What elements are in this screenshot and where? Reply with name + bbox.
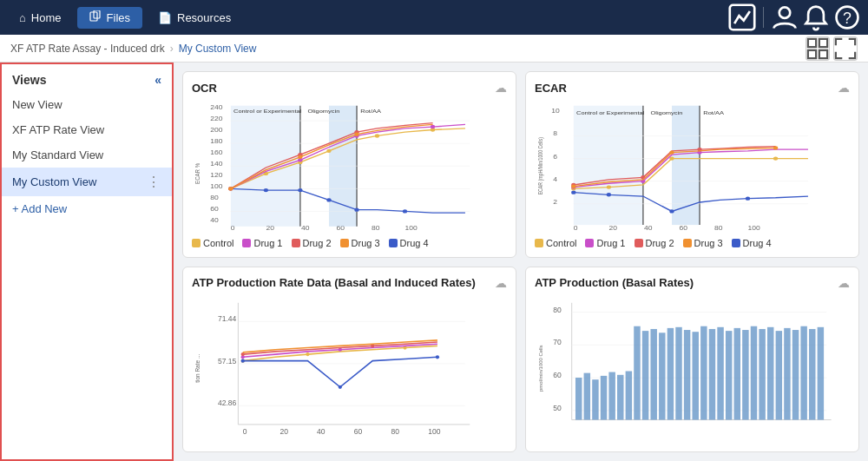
ecar-chart-header: ECAR ☁ (535, 81, 850, 95)
svg-point-44 (326, 198, 331, 201)
svg-point-127 (339, 385, 342, 388)
svg-rect-147 (634, 326, 640, 419)
sidebar-item-options-icon[interactable]: ⋮ (147, 174, 161, 190)
svg-text:Rot/AA: Rot/AA (703, 110, 724, 115)
ecar-chart-title: ECAR (535, 82, 567, 95)
ecar-legend: Control Drug 1 Drug 2 Drug 3 Drug 4 (535, 238, 850, 248)
svg-text:80: 80 (391, 426, 400, 435)
svg-text:80: 80 (553, 305, 562, 313)
sidebar-item-custom[interactable]: My Custom View ⋮ (2, 168, 172, 196)
svg-point-102 (669, 150, 674, 154)
sidebar-header: Views « (2, 64, 172, 92)
atp-rate-chart-card: ATP Production Rate Data (Basal and Indu… (182, 267, 516, 453)
svg-text:0: 0 (243, 426, 247, 435)
main-area: Views « New View XF ATP Rate View My Sta… (0, 63, 868, 461)
svg-text:80: 80 (372, 225, 380, 232)
svg-text:100: 100 (405, 225, 418, 232)
svg-rect-155 (700, 326, 707, 419)
ecar-cloud-icon[interactable]: ☁ (838, 81, 850, 95)
svg-point-87 (571, 191, 575, 194)
sidebar-item-xf-atp[interactable]: XF ATP Rate View (2, 117, 172, 142)
svg-text:Time (minutes): Time (minutes) (319, 233, 361, 234)
svg-text:57.15: 57.15 (218, 356, 237, 365)
ocr-legend-drug4: Drug 4 (389, 238, 429, 248)
ocr-legend-drug2-label: Drug 2 (303, 238, 332, 248)
svg-rect-142 (592, 379, 598, 419)
svg-text:10: 10 (551, 108, 560, 115)
svg-text:40: 40 (301, 225, 310, 232)
svg-rect-151 (667, 327, 674, 419)
svg-text:20: 20 (279, 426, 288, 435)
ecar-legend-drug3-dot (683, 239, 692, 247)
ocr-legend: Control Drug 1 Drug 2 Drug 3 Drug 4 (192, 238, 507, 248)
svg-point-42 (264, 188, 268, 192)
files-nav-btn[interactable]: Files (77, 7, 142, 29)
breadcrumb-separator: › (170, 43, 174, 55)
sidebar-add-new[interactable]: + Add New (2, 196, 172, 221)
svg-text:2: 2 (553, 198, 557, 205)
sidebar-item-new-view[interactable]: New View (2, 92, 172, 117)
ocr-chart-card: OCR ☁ 240 220 200 180 160 140 120 100 80… (182, 71, 516, 258)
svg-text:80: 80 (714, 225, 723, 232)
svg-rect-164 (776, 331, 782, 419)
breadcrumb-parent[interactable]: XF ATP Rate Assay - Induced drk (10, 43, 165, 55)
svg-rect-148 (642, 331, 648, 419)
atp-rate-svg: 71.44 57.15 42.86 tion Rate ... 0 20 40 … (192, 293, 507, 444)
sidebar-item-standard[interactable]: My Standard View (2, 142, 172, 168)
svg-rect-161 (751, 326, 757, 419)
ecar-legend-drug4: Drug 4 (732, 238, 772, 248)
svg-text:20: 20 (608, 225, 617, 232)
graph-icon-btn[interactable] (728, 3, 756, 31)
atp-production-svg: 80 70 60 50 pmol/min/1000 Cells (535, 293, 850, 444)
resources-nav-btn[interactable]: 📄 Resources (146, 8, 243, 28)
svg-rect-157 (717, 326, 723, 419)
atp-rate-cloud-icon[interactable]: ☁ (495, 276, 507, 290)
help-icon-btn[interactable]: ? (833, 3, 861, 31)
grid-view-btn[interactable] (806, 36, 830, 61)
atp-production-cloud-icon[interactable]: ☁ (838, 276, 850, 290)
svg-rect-166 (792, 330, 799, 420)
svg-text:Rot/AA: Rot/AA (360, 109, 381, 114)
sidebar-item-custom-label: My Custom View (12, 175, 147, 188)
svg-rect-159 (734, 327, 740, 419)
ocr-legend-control-dot (192, 239, 201, 247)
ecar-legend-control-dot (535, 239, 543, 247)
ocr-legend-control-label: Control (203, 238, 233, 248)
svg-text:50: 50 (553, 403, 562, 412)
bell-icon-btn[interactable] (802, 3, 830, 31)
atp-production-chart-title: ATP Production (Basal Rates) (535, 276, 694, 289)
svg-point-101 (571, 185, 575, 188)
user-icon-btn[interactable] (771, 3, 799, 31)
svg-rect-167 (800, 326, 806, 419)
svg-rect-168 (809, 328, 815, 419)
ecar-legend-drug4-label: Drug 4 (743, 238, 772, 248)
svg-point-51 (375, 134, 379, 137)
svg-rect-140 (575, 378, 582, 420)
svg-rect-7 (819, 38, 827, 46)
sidebar: Views « New View XF ATP Rate View My Sta… (0, 63, 174, 461)
svg-text:Oligomycin: Oligomycin (307, 109, 339, 115)
svg-text:60: 60 (553, 370, 562, 379)
ocr-legend-drug1-label: Drug 1 (253, 238, 282, 248)
home-label: Home (31, 11, 62, 24)
ecar-legend-control: Control (535, 238, 576, 248)
svg-text:100: 100 (210, 183, 223, 190)
ocr-svg: 240 220 200 180 160 140 120 100 80 60 40… (192, 98, 507, 234)
expand-view-btn[interactable] (833, 36, 858, 61)
svg-text:?: ? (843, 10, 852, 27)
svg-text:4: 4 (553, 175, 557, 182)
ocr-cloud-icon[interactable]: ☁ (495, 81, 507, 95)
home-nav-btn[interactable]: ⌂ Home (7, 8, 74, 28)
svg-rect-162 (759, 328, 765, 419)
svg-point-92 (607, 185, 611, 188)
atp-rate-chart-header: ATP Production Rate Data (Basal and Indu… (192, 276, 507, 290)
svg-text:60: 60 (210, 206, 219, 213)
ocr-chart-header: OCR ☁ (192, 81, 507, 95)
sidebar-collapse-btn[interactable]: « (155, 73, 161, 87)
sidebar-title: Views (12, 73, 46, 87)
svg-rect-143 (601, 375, 607, 419)
svg-text:Control or Experimental: Control or Experimental (576, 110, 645, 116)
svg-rect-169 (818, 326, 824, 419)
svg-point-93 (669, 156, 674, 160)
ocr-legend-control: Control (192, 238, 233, 248)
